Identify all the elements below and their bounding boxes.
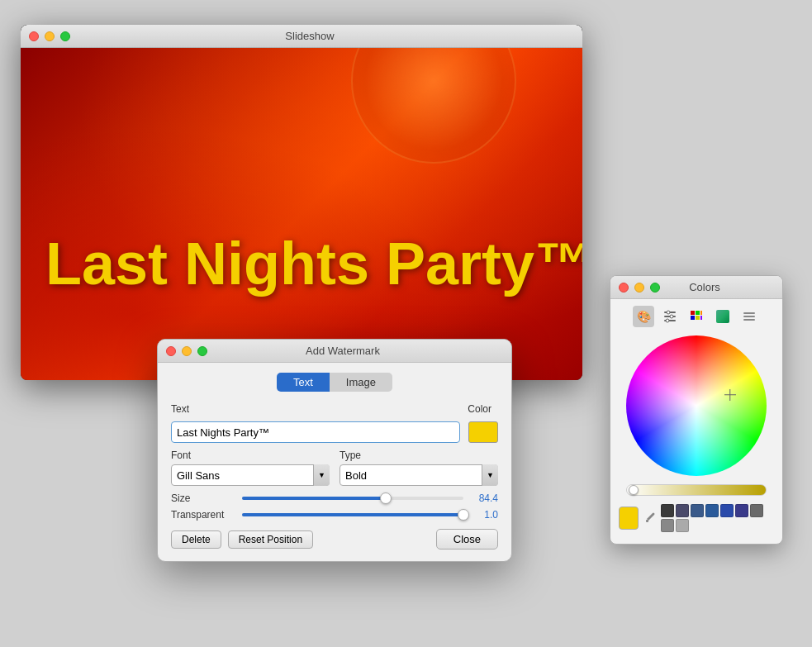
watermark-text-input[interactable] (171, 421, 460, 443)
svg-rect-16 (646, 520, 648, 522)
brightness-slider[interactable] (626, 484, 767, 496)
colors-swatches-row (619, 504, 774, 532)
slideshow-window: Slideshow Last Nights Party™ (21, 25, 582, 380)
type-label: Type (340, 450, 498, 461)
transparent-label: Transparent (171, 509, 237, 521)
svg-point-3 (667, 311, 670, 314)
transparent-slider-row: Transparent 1.0 (171, 509, 498, 521)
tab-text[interactable]: Text (277, 373, 330, 392)
transparent-value: 1.0 (468, 509, 498, 521)
size-slider-row: Size 84.4 (171, 492, 498, 504)
swatch-grid (661, 504, 774, 532)
color-label: Color (468, 403, 491, 415)
svg-rect-12 (716, 310, 729, 323)
size-label: Size (171, 492, 237, 504)
font-select[interactable]: Gill Sans Helvetica Arial (171, 464, 330, 486)
swatch-item[interactable] (661, 519, 674, 532)
watermark-tabs: Text Image (171, 373, 498, 392)
watermark-titlebar: Add Watermark (158, 340, 511, 363)
tab-grid-icon[interactable] (686, 306, 707, 327)
swatch-item[interactable] (735, 504, 748, 517)
color-wheel-container[interactable] (626, 335, 767, 476)
color-wheel[interactable] (626, 335, 767, 476)
svg-rect-6 (691, 311, 695, 315)
bottom-buttons: Delete Reset Position Close (171, 529, 498, 549)
font-col: Font Gill Sans Helvetica Arial ▼ (171, 450, 330, 486)
close-button[interactable] (29, 31, 39, 41)
swatch-item[interactable] (676, 504, 689, 517)
tab-image[interactable]: Image (330, 373, 392, 392)
colors-panel: Colors 🎨 (610, 275, 783, 545)
colors-titlebar: Colors (610, 276, 782, 299)
type-col: Type Bold Regular Italic ▼ (340, 450, 498, 486)
close-button[interactable]: Close (436, 529, 498, 549)
watermark-min-light[interactable] (182, 346, 192, 356)
svg-rect-13 (743, 312, 755, 314)
svg-rect-15 (743, 319, 755, 321)
tab-sliders-icon[interactable] (659, 306, 681, 327)
text-color-row: Text Color (171, 403, 498, 415)
type-select-wrapper: Bold Regular Italic ▼ (340, 464, 498, 486)
font-type-row: Font Gill Sans Helvetica Arial ▼ Type Bo… (171, 450, 498, 486)
tab-list-icon[interactable] (738, 306, 760, 327)
svg-rect-10 (700, 311, 702, 315)
color-swatch[interactable] (468, 421, 498, 443)
swatch-item[interactable] (676, 519, 689, 532)
text-label: Text (171, 403, 229, 415)
svg-rect-7 (696, 311, 700, 315)
watermark-close-light[interactable] (166, 346, 176, 356)
svg-point-5 (666, 319, 669, 322)
slideshow-title: Slideshow (76, 30, 544, 42)
font-label: Font (171, 450, 330, 461)
svg-rect-11 (700, 316, 702, 320)
swatch-item[interactable] (691, 504, 704, 517)
font-select-wrapper: Gill Sans Helvetica Arial ▼ (171, 464, 330, 486)
colors-max-light[interactable] (650, 283, 660, 293)
watermark-dialog-title: Add Watermark (213, 345, 472, 357)
eyedropper-button[interactable] (642, 509, 658, 527)
brightness-thumb (629, 485, 639, 495)
colors-body: 🎨 (610, 299, 782, 544)
svg-rect-14 (743, 316, 755, 317)
colors-close-light[interactable] (619, 283, 629, 293)
watermark-preview-text: Last Nights Party™ (45, 230, 558, 297)
colors-min-light[interactable] (634, 283, 644, 293)
svg-point-4 (670, 315, 673, 318)
minimize-button[interactable] (45, 31, 55, 41)
watermark-body: Text Image Text Color Font Gill Sans Hel… (158, 363, 511, 561)
transparent-slider-track[interactable] (242, 513, 463, 516)
svg-rect-9 (696, 316, 700, 320)
slideshow-titlebar: Slideshow (21, 25, 582, 48)
watermark-max-light[interactable] (197, 346, 207, 356)
tab-spectrum-icon[interactable] (712, 306, 734, 327)
watermark-dialog: Add Watermark Text Image Text Color Font… (157, 339, 512, 562)
current-color-swatch[interactable] (619, 507, 639, 530)
text-input-row (171, 421, 498, 443)
colors-panel-title: Colors (666, 281, 743, 293)
slideshow-content: Last Nights Party™ (21, 48, 582, 380)
swatch-item[interactable] (661, 504, 674, 517)
size-slider-track[interactable] (242, 497, 463, 500)
svg-rect-8 (691, 316, 695, 320)
swatch-item[interactable] (750, 504, 763, 517)
swatch-item[interactable] (705, 504, 719, 517)
delete-button[interactable]: Delete (171, 530, 221, 549)
maximize-button[interactable] (60, 31, 70, 41)
swatch-item[interactable] (720, 504, 734, 517)
tab-color-wheel-icon[interactable]: 🎨 (633, 306, 654, 327)
size-value: 84.4 (468, 492, 498, 504)
colors-icon-tabs: 🎨 (619, 306, 774, 327)
type-select[interactable]: Bold Regular Italic (340, 464, 498, 486)
reset-position-button[interactable]: Reset Position (228, 530, 313, 549)
